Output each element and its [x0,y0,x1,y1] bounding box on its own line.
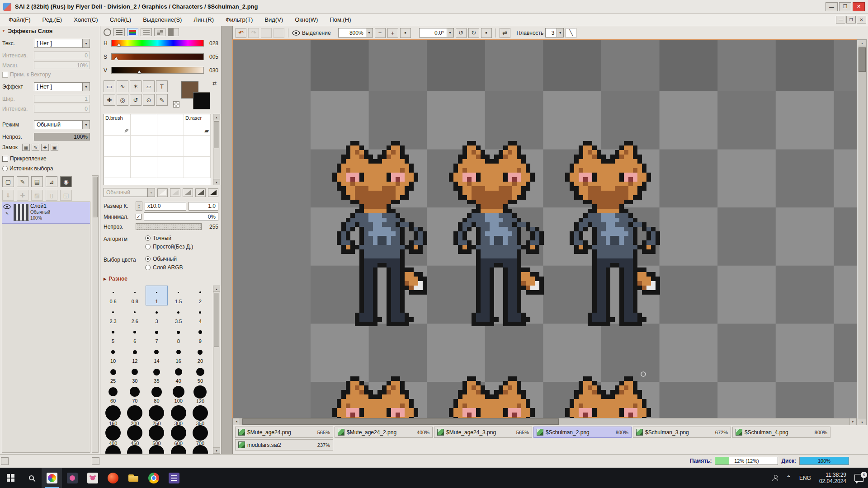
brush-size-14[interactable]: 14 [146,345,167,365]
brush-size-next[interactable] [189,445,211,454]
taskbar-app-ya[interactable] [103,468,123,488]
color-pick-radio[interactable] [145,265,151,270]
document-tab-5[interactable]: $Schulman_3.png672% [633,427,731,438]
brush-shape-1-button[interactable] [157,188,168,197]
taskbar-search-button[interactable] [21,468,42,488]
value-slider[interactable] [111,67,204,74]
brush-size-value[interactable]: 1.0 [189,202,218,211]
hscroll-thumb[interactable] [242,418,559,425]
eyedropper-tool[interactable]: ✎ [156,94,168,106]
brush-slot-empty[interactable] [157,157,184,178]
collapse-triangle-icon[interactable]: ▼ [2,29,5,33]
brush-slots-scrollbar[interactable]: ▴ ▾ [213,114,220,185]
document-tab-3[interactable]: $Mute_age24_3.png565% [434,427,532,438]
collapse-left-panel-button[interactable] [1,457,9,465]
brush-size-25[interactable]: 25 [102,365,124,385]
canvas-hscrollbar[interactable]: ◂ ▸ [233,418,857,425]
taskbar-app-folder[interactable] [123,468,143,488]
hue-marker[interactable] [117,43,121,46]
taskbar-app-paw[interactable] [82,468,103,488]
zoom-out-button[interactable]: − [375,28,386,38]
maximize-button[interactable]: ❐ [839,2,851,11]
menu-item-6[interactable]: Лин.(R) [188,14,220,25]
saturation-slider[interactable] [111,53,204,60]
panel-divider[interactable] [222,26,233,454]
brush-size-30[interactable]: 30 [124,365,146,385]
brush-size-250[interactable]: 250 [146,405,167,425]
brush-size-3.5[interactable]: 3.5 [168,305,189,325]
mixer-view-button[interactable] [168,28,179,36]
clear-layer-button[interactable]: ▨ [31,190,43,201]
color-pick-option-1[interactable]: Обычный [145,256,183,262]
brush-size-10[interactable]: 10 [102,345,124,365]
crop-tool[interactable]: ▱ [143,80,155,92]
texture-dropdown[interactable]: [ Нет ]▾ [34,39,90,48]
vscroll-thumb[interactable] [859,47,866,72]
brush-size-700[interactable]: 700 [189,425,211,445]
merge-down-button[interactable]: ⇓ [2,190,14,201]
redo-button[interactable]: ↷ [248,28,259,38]
clipping-checkbox[interactable] [2,156,8,162]
brush-size-80[interactable]: 80 [146,385,167,405]
rotate-reset-button[interactable]: ▪ [481,28,492,38]
brush-size-40[interactable]: 40 [168,365,189,385]
color-slider-view-button[interactable] [113,28,125,36]
brush-size-next[interactable] [102,445,124,454]
move-tool[interactable]: ✚ [104,94,115,106]
brush-size-160[interactable]: 160 [102,405,124,425]
brush-size-100[interactable]: 100 [168,385,189,405]
zoom-tool[interactable]: ◎ [117,94,128,106]
size-multiplier[interactable]: x10.0 [145,202,186,211]
add-button[interactable]: ✚ [17,190,28,201]
selection-eye-icon[interactable] [292,30,300,36]
mdi-restore-button[interactable]: ❐ [846,16,856,23]
algorithm-radio[interactable] [145,235,151,241]
brush-slot-empty[interactable] [131,114,157,136]
lock-all-button[interactable]: ▣ [51,144,58,151]
menu-item-1[interactable]: Файл(F) [3,14,37,25]
color-wheel-icon[interactable] [104,28,111,36]
brush-size-4[interactable]: 4 [189,305,211,325]
taskbar-app-chrome[interactable] [143,468,164,488]
menu-item-4[interactable]: Слой(L) [104,14,137,25]
brush-size-8[interactable]: 8 [168,325,189,345]
brush-size-2[interactable]: 2 [189,286,211,305]
swap-colors-icon[interactable]: ⇄ [212,80,217,86]
width-slider[interactable]: 1 [34,95,90,103]
rotate-cw-button[interactable]: ↻ [468,28,479,38]
smoothness-combo[interactable]: 3 ▾ [545,28,564,38]
pan-tool[interactable]: ⊙ [143,94,155,106]
history-back-button[interactable] [261,28,272,38]
close-button[interactable]: ✕ [853,2,865,11]
brush-size-5[interactable]: 5 [102,325,124,345]
intensity-value[interactable]: 0 [34,52,90,59]
brush-size-35[interactable]: 35 [146,365,167,385]
algorithm-option-2[interactable]: Простой(Без Д.) [145,244,193,250]
brush-shape-3-button[interactable] [183,188,193,197]
language-indicator[interactable]: ENG [795,468,815,488]
transparent-color-swatch[interactable] [173,101,179,108]
color-pick-option-2[interactable]: Слой ARGB [145,264,183,271]
zoom-combo[interactable]: 800% ▾ [338,28,373,38]
brush-slot-empty[interactable] [104,136,131,157]
scale-value[interactable]: 10% [34,61,90,69]
history-forward-button[interactable] [274,28,284,38]
layer-row-active[interactable]: ✎ Слой1 Обычный 100% [2,202,90,224]
delete-layer-button[interactable]: ▯ [46,190,57,201]
size-grid-scrollbar[interactable]: ▴ ▾ [213,286,220,454]
brush-size-70[interactable]: 70 [124,385,146,405]
brush-size-300[interactable]: 300 [168,405,189,425]
intensity2-value[interactable]: 0 [34,105,90,113]
selection-source-radio[interactable] [2,166,8,171]
menu-item-8[interactable]: Вид(V) [259,14,289,25]
document-tab-4[interactable]: $Schulman_2.png800% [533,427,632,438]
brush-slot-D.brush[interactable]: D.brush✎ [104,114,131,136]
zoom-reset-button[interactable]: ▪ [400,28,411,38]
layer-list-scrollbar[interactable] [92,175,99,453]
brush-size-1[interactable]: 1 [146,286,167,305]
brush-slot-empty[interactable] [131,136,157,157]
canvas-vscrollbar[interactable]: ▴ ▾ [858,40,867,425]
mdi-close-button[interactable]: ✕ [857,16,866,23]
brush-size-120[interactable]: 120 [189,385,211,405]
taskbar-app-sai[interactable] [42,468,62,488]
